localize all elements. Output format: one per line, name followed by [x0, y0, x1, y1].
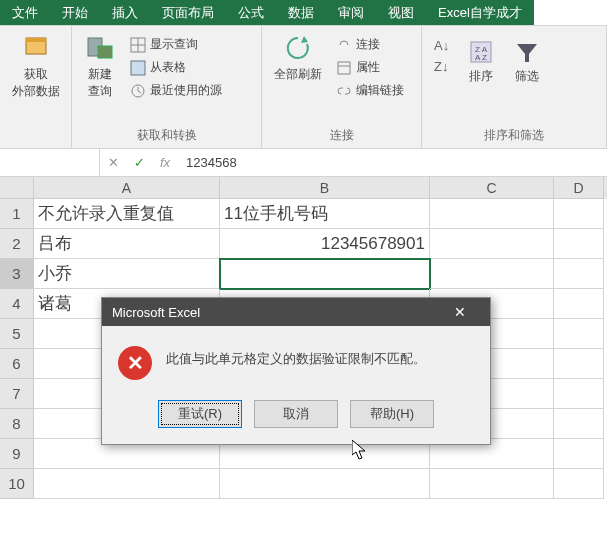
tab-view[interactable]: 视图 [376, 0, 426, 25]
show-queries-button[interactable]: 显示查询 [126, 34, 226, 55]
properties-icon [336, 60, 352, 76]
help-button[interactable]: 帮助(H) [350, 400, 434, 428]
get-external-data-button[interactable]: 获取 外部数据 [8, 30, 63, 102]
cell[interactable] [34, 469, 220, 499]
col-header-c[interactable]: C [430, 177, 554, 199]
row-header[interactable]: 3 [0, 259, 34, 289]
edit-links-button[interactable]: 编辑链接 [332, 80, 408, 101]
cell-c2[interactable] [430, 229, 554, 259]
ribbon: 获取 外部数据 新建 查询 显示查询 从表格 最近使用的源 获取和转换 全部刷新… [0, 26, 607, 149]
row-header[interactable]: 6 [0, 349, 34, 379]
group-label-transform: 获取和转换 [80, 125, 253, 146]
group-label [8, 142, 63, 146]
tab-review[interactable]: 审阅 [326, 0, 376, 25]
svg-rect-1 [26, 38, 46, 42]
error-dialog: Microsoft Excel ✕ ✕ 此值与此单元格定义的数据验证限制不匹配。… [101, 297, 491, 445]
database-icon [20, 32, 52, 64]
sort-az-button[interactable]: A↓ [430, 36, 453, 55]
close-icon[interactable]: ✕ [440, 304, 480, 320]
cancel-formula-button[interactable]: ✕ [100, 155, 126, 170]
cell[interactable] [220, 469, 430, 499]
cell[interactable] [430, 469, 554, 499]
cell-d4[interactable] [554, 289, 604, 319]
row-header[interactable]: 10 [0, 469, 34, 499]
query-icon [84, 32, 116, 64]
properties-button[interactable]: 属性 [332, 57, 408, 78]
dialog-message: 此值与此单元格定义的数据验证限制不匹配。 [166, 346, 426, 368]
refresh-icon [282, 32, 314, 64]
cell[interactable] [554, 349, 604, 379]
error-icon: ✕ [118, 346, 152, 380]
chain-icon [336, 83, 352, 99]
svg-rect-9 [338, 62, 350, 74]
tab-formula[interactable]: 公式 [226, 0, 276, 25]
ribbon-tabs: 文件 开始 插入 页面布局 公式 数据 审阅 视图 Excel自学成才 [0, 0, 607, 26]
recent-sources-button[interactable]: 最近使用的源 [126, 80, 226, 101]
cell-c1[interactable] [430, 199, 554, 229]
connections-button[interactable]: 连接 [332, 34, 408, 55]
tab-file[interactable]: 文件 [0, 0, 50, 25]
col-header-d[interactable]: D [554, 177, 604, 199]
new-query-label: 新建 查询 [88, 66, 112, 100]
cell-b3-active[interactable] [220, 259, 430, 289]
cell-b1[interactable]: 11位手机号码 [220, 199, 430, 229]
cell[interactable] [554, 409, 604, 439]
select-all-corner[interactable] [0, 177, 34, 199]
cell[interactable] [554, 379, 604, 409]
row-header[interactable]: 5 [0, 319, 34, 349]
name-box[interactable] [0, 149, 100, 176]
row-header[interactable]: 1 [0, 199, 34, 229]
cell-d2[interactable] [554, 229, 604, 259]
refresh-all-label: 全部刷新 [274, 66, 322, 83]
svg-rect-7 [131, 61, 145, 75]
table-icon [130, 60, 146, 76]
cell-a2[interactable]: 吕布 [34, 229, 220, 259]
tab-home[interactable]: 开始 [50, 0, 100, 25]
filter-button[interactable]: 筛选 [509, 36, 545, 87]
grid-icon [130, 37, 146, 53]
cell-d1[interactable] [554, 199, 604, 229]
tab-data[interactable]: 数据 [276, 0, 326, 25]
sort-button[interactable]: Z AA Z 排序 [463, 36, 499, 87]
dialog-title-text: Microsoft Excel [112, 305, 200, 320]
col-header-a[interactable]: A [34, 177, 220, 199]
get-external-data-label: 获取 外部数据 [12, 66, 60, 100]
retry-button[interactable]: 重试(R) [158, 400, 242, 428]
row-header[interactable]: 2 [0, 229, 34, 259]
cell-a3[interactable]: 小乔 [34, 259, 220, 289]
sort-za-icon: Z↓ [434, 59, 448, 74]
cell-d3[interactable] [554, 259, 604, 289]
fx-button[interactable]: fx [152, 155, 178, 170]
row-header[interactable]: 8 [0, 409, 34, 439]
accept-formula-button[interactable]: ✓ [126, 155, 152, 170]
cell-a1[interactable]: 不允许录入重复值 [34, 199, 220, 229]
cell[interactable] [554, 319, 604, 349]
svg-text:A Z: A Z [475, 53, 487, 62]
col-header-b[interactable]: B [220, 177, 430, 199]
formula-bar: ✕ ✓ fx 1234568 [0, 149, 607, 177]
new-query-button[interactable]: 新建 查询 [80, 30, 120, 102]
formula-input[interactable]: 1234568 [178, 155, 607, 170]
refresh-all-button[interactable]: 全部刷新 [270, 30, 326, 101]
cell-b2[interactable]: 12345678901 [220, 229, 430, 259]
group-label-connections: 连接 [270, 125, 413, 146]
cell[interactable] [554, 469, 604, 499]
sort-icon: Z AA Z [467, 38, 495, 66]
tab-help[interactable]: Excel自学成才 [426, 0, 534, 25]
recent-icon [130, 83, 146, 99]
group-label-sort: 排序和筛选 [430, 125, 598, 146]
cell-c3[interactable] [430, 259, 554, 289]
cell[interactable] [554, 439, 604, 469]
tab-insert[interactable]: 插入 [100, 0, 150, 25]
cancel-button[interactable]: 取消 [254, 400, 338, 428]
sort-az-icon: A↓ [434, 38, 449, 53]
svg-rect-3 [98, 46, 112, 58]
tab-layout[interactable]: 页面布局 [150, 0, 226, 25]
row-header[interactable]: 9 [0, 439, 34, 469]
funnel-icon [513, 38, 541, 66]
row-header[interactable]: 4 [0, 289, 34, 319]
row-header[interactable]: 7 [0, 379, 34, 409]
from-table-button[interactable]: 从表格 [126, 57, 226, 78]
sort-za-button[interactable]: Z↓ [430, 57, 453, 76]
link-icon [336, 37, 352, 53]
